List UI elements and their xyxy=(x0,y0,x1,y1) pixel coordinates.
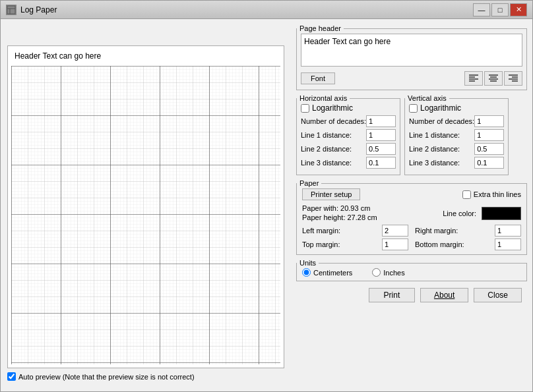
bottom-bar: Print About Close xyxy=(296,285,527,305)
svg-rect-5 xyxy=(11,66,280,364)
horizontal-axis-section: Horizontal axis Logarithmic Number of de… xyxy=(296,94,400,175)
title-bar-left: Log Paper xyxy=(6,5,57,15)
v-line2-row: Line 2 distance: xyxy=(409,143,504,155)
top-margin-label: Top margin: xyxy=(302,240,340,248)
about-button[interactable]: About xyxy=(420,288,468,302)
grid-svg xyxy=(11,66,280,364)
top-margin-input[interactable] xyxy=(382,238,408,250)
v-decades-input[interactable] xyxy=(474,115,504,127)
v-line3-input[interactable] xyxy=(474,157,504,169)
paper-dimensions: Paper with: 20.93 cm Paper height: 27.28… xyxy=(302,203,377,223)
close-button[interactable]: Close xyxy=(474,288,522,302)
h-line1-label: Line 1 distance: xyxy=(301,131,352,139)
window-title: Log Paper xyxy=(20,5,57,14)
header-text-input[interactable] xyxy=(301,34,522,67)
right-margin-label: Right margin: xyxy=(415,227,458,235)
margins-row: Left margin: Top margin: Right margin: xyxy=(302,225,521,250)
svg-rect-0 xyxy=(7,6,15,14)
axes-row: Horizontal axis Logarithmic Number of de… xyxy=(296,94,527,175)
align-left-button[interactable] xyxy=(464,71,483,86)
paper-legend: Paper xyxy=(297,179,321,187)
left-margins: Left margin: Top margin: xyxy=(302,225,408,250)
units-section: Units Centimeters Inches xyxy=(296,259,527,281)
extra-thin-row: Extra thin lines xyxy=(462,190,521,199)
print-button[interactable]: Print xyxy=(369,288,415,302)
maximize-button[interactable]: □ xyxy=(491,3,509,16)
align-buttons xyxy=(464,71,522,86)
h-line1-input[interactable] xyxy=(366,129,396,141)
align-center-button[interactable] xyxy=(484,71,503,86)
h-line3-input[interactable] xyxy=(366,157,396,169)
right-margin-field: Right margin: xyxy=(415,225,521,237)
right-margin-input[interactable] xyxy=(495,225,521,237)
line-color-row: Line color: xyxy=(443,207,521,220)
vertical-axis-content: Logarithmic Number of decades: Line 1 di… xyxy=(405,102,508,175)
h-line2-input[interactable] xyxy=(366,143,396,155)
h-line3-label: Line 3 distance: xyxy=(301,159,352,167)
bottom-margin-input[interactable] xyxy=(495,238,521,250)
top-margin-field: Top margin: xyxy=(302,238,408,250)
print-label: Print xyxy=(384,291,400,300)
preview-header-text: Header Text can go here xyxy=(15,51,101,61)
v-logarithmic-checkbox[interactable] xyxy=(409,104,418,113)
h-logarithmic-row: Logarithmic xyxy=(301,103,396,113)
main-window: Log Paper — □ ✕ Header Text can go here xyxy=(0,0,533,392)
right-panel: Page header Font xyxy=(291,19,532,391)
v-line2-input[interactable] xyxy=(474,143,504,155)
h-decades-row: Number of decades: xyxy=(301,115,396,127)
units-content: Centimeters Inches xyxy=(297,267,526,281)
font-button[interactable]: Font xyxy=(301,72,335,84)
h-decades-input[interactable] xyxy=(366,115,396,127)
horizontal-axis-legend: Horizontal axis xyxy=(297,94,350,102)
right-margins: Right margin: Bottom margin: xyxy=(415,225,521,250)
centimeters-row: Centimeters xyxy=(302,268,352,277)
v-decades-row: Number of decades: xyxy=(409,115,504,127)
h-line2-label: Line 2 distance: xyxy=(301,145,352,153)
align-right-button[interactable] xyxy=(504,71,522,86)
window-icon xyxy=(6,5,16,15)
v-line1-row: Line 1 distance: xyxy=(409,129,504,141)
auto-preview-checkbox[interactable] xyxy=(7,372,16,381)
left-margin-field: Left margin: xyxy=(302,225,408,237)
horizontal-axis-content: Logarithmic Number of decades: Line 1 di… xyxy=(297,102,400,175)
v-line3-label: Line 3 distance: xyxy=(409,159,460,167)
bottom-margin-field: Bottom margin: xyxy=(415,238,521,250)
h-line3-row: Line 3 distance: xyxy=(301,157,396,169)
v-logarithmic-label: Logarithmic xyxy=(420,103,461,113)
line-color-label: Line color: xyxy=(443,210,476,217)
h-line2-row: Line 2 distance: xyxy=(301,143,396,155)
h-logarithmic-label: Logarithmic xyxy=(312,103,353,113)
line-color-swatch[interactable] xyxy=(482,207,521,220)
page-header-section: Page header Font xyxy=(296,24,527,90)
auto-preview-row: Auto preview (Note that the preview size… xyxy=(7,368,284,385)
printer-setup-button[interactable]: Printer setup xyxy=(302,188,360,200)
paper-section: Paper Printer setup Extra thin lines Pap… xyxy=(296,179,527,255)
v-line1-input[interactable] xyxy=(474,129,504,141)
h-line1-row: Line 1 distance: xyxy=(301,129,396,141)
v-line2-label: Line 2 distance: xyxy=(409,145,460,153)
left-margin-input[interactable] xyxy=(382,225,408,237)
inches-radio[interactable] xyxy=(372,268,381,277)
vertical-axis-legend: Vertical axis xyxy=(405,94,449,102)
paper-height: Paper height: 27.28 cm xyxy=(302,213,377,221)
h-logarithmic-checkbox[interactable] xyxy=(301,104,309,113)
grid-container xyxy=(11,66,280,364)
paper-content: Printer setup Extra thin lines Paper wit… xyxy=(297,187,526,254)
page-header-legend: Page header xyxy=(297,24,344,32)
about-label: About xyxy=(434,291,455,300)
close-window-button[interactable]: ✕ xyxy=(510,3,527,16)
centimeters-radio[interactable] xyxy=(302,268,311,277)
minimize-button[interactable]: — xyxy=(473,3,490,16)
vertical-axis-section: Vertical axis Logarithmic Number of deca… xyxy=(404,94,509,175)
paper-top-row: Printer setup Extra thin lines xyxy=(302,188,521,200)
h-decades-label: Number of decades: xyxy=(301,117,366,125)
v-line1-label: Line 1 distance: xyxy=(409,131,460,139)
inches-label: Inches xyxy=(383,269,404,277)
v-logarithmic-row: Logarithmic xyxy=(409,103,504,113)
extra-thin-label: Extra thin lines xyxy=(474,190,521,198)
main-content: Header Text can go here xyxy=(1,19,532,391)
extra-thin-checkbox[interactable] xyxy=(462,190,471,199)
preview-panel: Header Text can go here xyxy=(1,19,291,391)
auto-preview-label: Auto preview (Note that the preview size… xyxy=(18,373,195,381)
inches-row: Inches xyxy=(372,268,404,277)
